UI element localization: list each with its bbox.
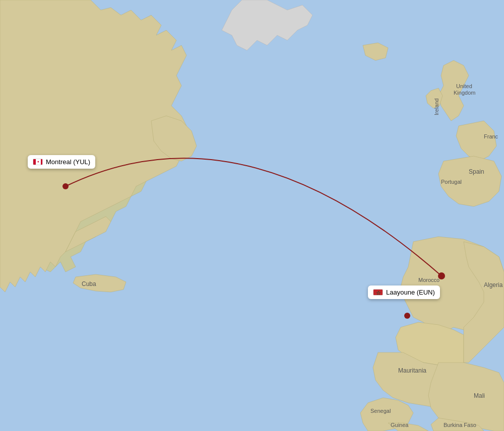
laayoune-label-text: Laayoune (EUN) bbox=[386, 289, 435, 296]
svg-text:Portugal: Portugal bbox=[441, 179, 462, 185]
montreal-label-text: Montreal (YUL) bbox=[46, 158, 90, 166]
svg-text:United: United bbox=[456, 83, 472, 89]
svg-text:Ireland: Ireland bbox=[433, 98, 439, 115]
svg-text:Cuba: Cuba bbox=[82, 280, 96, 288]
svg-point-1 bbox=[62, 183, 69, 189]
svg-text:Kingdom: Kingdom bbox=[454, 90, 475, 96]
svg-text:Senegal: Senegal bbox=[370, 408, 391, 414]
map-svg: Ireland United Kingdom Franc Spain Portu… bbox=[0, 0, 504, 431]
svg-rect-20 bbox=[41, 159, 43, 165]
svg-text:Morocco: Morocco bbox=[418, 277, 439, 283]
svg-text:Guinea: Guinea bbox=[391, 422, 409, 428]
svg-rect-18 bbox=[33, 159, 36, 165]
svg-rect-22 bbox=[373, 290, 383, 296]
canada-flag-icon bbox=[33, 159, 43, 165]
montreal-airport-label: Montreal (YUL) bbox=[28, 155, 95, 169]
svg-text:Burkina Faso: Burkina Faso bbox=[444, 422, 476, 428]
svg-text:Mauritania: Mauritania bbox=[398, 367, 426, 374]
svg-point-2 bbox=[404, 313, 410, 319]
svg-text:Spain: Spain bbox=[469, 168, 484, 175]
map-container: Ireland United Kingdom Franc Spain Portu… bbox=[0, 0, 504, 431]
svg-text:Algeria: Algeria bbox=[484, 281, 503, 289]
laayoune-airport-label: Laayoune (EUN) bbox=[368, 285, 440, 299]
svg-text:Mali: Mali bbox=[474, 392, 485, 399]
morocco-flag-icon bbox=[373, 289, 383, 296]
svg-text:Franc: Franc bbox=[484, 133, 498, 139]
